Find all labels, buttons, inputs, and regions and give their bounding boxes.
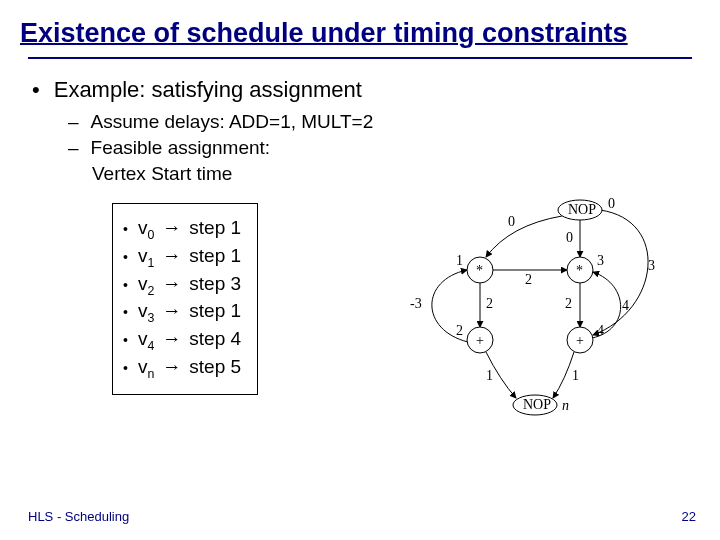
step-value: step 3 (189, 273, 241, 295)
footer-left: HLS - Scheduling (28, 509, 129, 524)
node-add-right: + (576, 333, 584, 348)
list-item: • v4 → step 4 (123, 328, 241, 353)
edge-weight: 1 (572, 368, 579, 383)
bullet-dot-icon: • (123, 332, 128, 348)
dash-icon: – (68, 111, 79, 133)
bullet-dot-icon: • (123, 277, 128, 293)
step-value: step 5 (189, 356, 241, 378)
list-item: • v2 → step 3 (123, 273, 241, 298)
edge-weight: 1 (486, 368, 493, 383)
dash-icon: – (68, 137, 79, 159)
bullet-feasible-text: Feasible assignment: (91, 137, 271, 159)
edge-weight: 0 (566, 230, 573, 245)
vertex-name: v3 (138, 300, 154, 325)
bullet-assume-text: Assume delays: ADD=1, MULT=2 (91, 111, 374, 133)
list-item: • v3 → step 1 (123, 300, 241, 325)
edge-weight: 0 (508, 214, 515, 229)
edge-weight: 2 (565, 296, 572, 311)
arrow-icon: → (162, 245, 181, 267)
bullet-dot-icon: • (123, 304, 128, 320)
bullet-dot-icon: • (123, 249, 128, 265)
bullet-example-text: Example: satisfying assignment (54, 77, 362, 103)
node-id: 2 (456, 323, 463, 338)
page-number: 22 (682, 509, 696, 524)
title-rule (28, 57, 692, 59)
node-add-left: + (476, 333, 484, 348)
node-nop-bottom: NOP (523, 397, 551, 412)
arrow-icon: → (162, 217, 181, 239)
node-mult-left: * (476, 263, 483, 278)
bullet-dot-icon: • (123, 221, 128, 237)
bullet-dot-icon: • (32, 77, 40, 103)
edge-weight: 2 (486, 296, 493, 311)
vertex-name: v4 (138, 328, 154, 353)
step-value: step 1 (189, 217, 241, 239)
vertex-name: v0 (138, 217, 154, 242)
arrow-icon: → (162, 273, 181, 295)
edge-weight: -3 (410, 296, 422, 311)
list-item: • v1 → step 1 (123, 245, 241, 270)
bullet-example: • Example: satisfying assignment (32, 77, 688, 103)
vertex-name: v1 (138, 245, 154, 270)
vertex-name: v2 (138, 273, 154, 298)
step-value: step 1 (189, 300, 241, 322)
step-value: step 4 (189, 328, 241, 350)
slide-title: Existence of schedule under timing const… (0, 0, 720, 55)
arrow-icon: → (162, 356, 181, 378)
arrow-icon: → (162, 300, 181, 322)
constraint-graph: 0 0 3 2 2 2 1 1 -3 4 NOP 0 * 1 * 3 + 2 +… (390, 190, 700, 430)
vertex-name: vn (138, 356, 154, 381)
bullet-feasible: – Feasible assignment: (68, 137, 688, 159)
node-id: 0 (608, 196, 615, 211)
bullet-assume: – Assume delays: ADD=1, MULT=2 (68, 111, 688, 133)
node-mult-right: * (576, 263, 583, 278)
vertex-start-header: Vertex Start time (92, 163, 688, 185)
step-value: step 1 (189, 245, 241, 267)
node-nop-top: NOP (568, 202, 596, 217)
list-item: • vn → step 5 (123, 356, 241, 381)
node-id: n (562, 398, 569, 413)
node-id: 4 (597, 323, 604, 338)
edge-weight: 4 (622, 298, 629, 313)
list-item: • v0 → step 1 (123, 217, 241, 242)
edge-weight: 3 (648, 258, 655, 273)
arrow-icon: → (162, 328, 181, 350)
edge-weight: 2 (525, 272, 532, 287)
assignment-box: • v0 → step 1 • v1 → step 1 • v2 → step … (112, 203, 258, 395)
node-id: 3 (597, 253, 604, 268)
bullet-dot-icon: • (123, 360, 128, 376)
node-id: 1 (456, 253, 463, 268)
